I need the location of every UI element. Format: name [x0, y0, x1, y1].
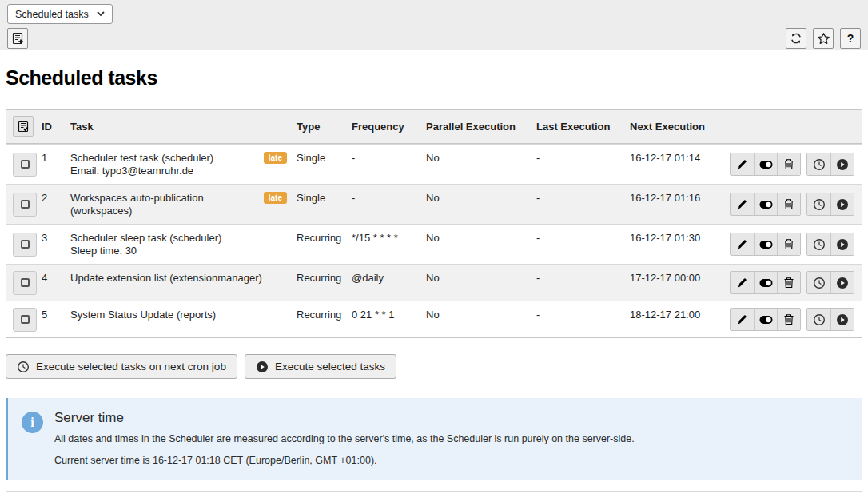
delete-button[interactable]	[777, 309, 800, 330]
table-header-row: ID Task Type Frequency Parallel Executio…	[6, 110, 862, 144]
toggle-disable-icon	[759, 278, 773, 288]
checkbox-icon	[21, 240, 30, 249]
task-title: Scheduler test task (scheduler)	[70, 152, 213, 165]
disable-button[interactable]	[754, 193, 777, 215]
task-parallel: No	[426, 225, 536, 264]
task-id: 1	[42, 145, 70, 184]
refresh-icon	[790, 32, 802, 45]
run-next-cron-button[interactable]	[807, 272, 830, 293]
execute-next-cron-button[interactable]: Execute selected tasks on next cron job	[6, 354, 237, 379]
task-last-execution: -	[536, 185, 630, 224]
row-checkbox[interactable]	[13, 308, 37, 332]
delete-button[interactable]	[777, 272, 800, 293]
column-header-task: Task	[70, 121, 297, 133]
task-parallel: No	[426, 145, 536, 184]
run-next-cron-button[interactable]	[807, 153, 830, 175]
toggle-disable-icon	[759, 160, 773, 169]
task-title: Update extension list (extensionmanager)	[70, 272, 262, 285]
task-id: 2	[42, 185, 70, 224]
select-all-button[interactable]	[13, 116, 34, 137]
disable-button[interactable]	[754, 153, 777, 175]
edit-button[interactable]	[731, 193, 754, 215]
checkbox-icon	[21, 315, 30, 324]
row-checkbox[interactable]	[13, 233, 37, 257]
module-select[interactable]: Scheduled tasks	[7, 4, 113, 24]
task-last-execution: -	[536, 145, 630, 184]
delete-icon	[783, 313, 794, 325]
run-next-cron-button[interactable]	[807, 193, 830, 215]
task-frequency: 0 21 * * 1	[352, 301, 426, 337]
task-parallel: No	[426, 265, 536, 301]
run-task-icon	[836, 158, 849, 171]
row-checkbox[interactable]	[13, 153, 37, 177]
table-row: 2 Workspaces auto-publication (workspace…	[6, 184, 862, 224]
task-id: 3	[42, 225, 70, 264]
edit-icon	[736, 313, 748, 325]
run-task-button[interactable]	[830, 193, 854, 215]
callout-title: Server time	[54, 410, 635, 426]
disable-button[interactable]	[754, 233, 777, 255]
edit-button[interactable]	[731, 272, 754, 293]
scheduled-tasks-table: ID Task Type Frequency Parallel Executio…	[6, 109, 862, 338]
edit-button[interactable]	[731, 233, 754, 255]
column-header-type: Type	[297, 121, 352, 133]
toggle-disable-icon	[759, 315, 773, 325]
run-next-cron-icon	[813, 277, 826, 289]
task-id: 4	[42, 265, 70, 301]
execute-next-cron-label: Execute selected tasks on next cron job	[36, 361, 226, 372]
task-frequency: @daily	[352, 265, 426, 301]
delete-button[interactable]	[777, 233, 800, 255]
column-header-next-execution: Next Execution	[630, 121, 726, 133]
disable-button[interactable]	[754, 309, 777, 330]
late-badge: late	[264, 152, 287, 164]
play-icon	[256, 361, 269, 373]
star-icon	[817, 32, 830, 46]
column-header-parallel-execution: Parallel Execution	[426, 121, 536, 133]
edit-button[interactable]	[731, 309, 754, 330]
bookmark-button[interactable]	[813, 28, 834, 49]
add-task-icon	[11, 32, 25, 46]
run-next-cron-button[interactable]	[807, 233, 830, 255]
checkbox-icon	[21, 160, 30, 169]
delete-button[interactable]	[777, 153, 800, 175]
table-row: 3 Scheduler sleep task (scheduler) Sleep…	[6, 224, 862, 264]
task-next-execution: 17-12-17 00:00	[630, 265, 726, 301]
edit-button[interactable]	[731, 153, 754, 175]
task-last-execution: -	[536, 265, 630, 301]
delete-button[interactable]	[777, 193, 800, 215]
late-badge: late	[264, 192, 287, 204]
delete-icon	[783, 238, 794, 250]
edit-icon	[736, 277, 748, 289]
run-next-cron-icon	[813, 158, 826, 171]
delete-icon	[783, 198, 794, 210]
row-checkbox[interactable]	[13, 193, 37, 217]
edit-icon	[736, 158, 748, 170]
checkbox-icon	[21, 278, 30, 287]
refresh-button[interactable]	[786, 28, 806, 49]
task-title: System Status Update (reports)	[70, 309, 216, 321]
run-task-button[interactable]	[830, 272, 854, 293]
run-task-button[interactable]	[830, 233, 854, 255]
row-checkbox[interactable]	[13, 271, 37, 295]
task-next-execution: 16-12-17 01:14	[630, 145, 726, 184]
callout-text-line2: Current server time is 16-12-17 01:18 CE…	[54, 455, 635, 466]
run-task-button[interactable]	[830, 309, 854, 330]
toggle-disable-icon	[759, 240, 773, 249]
execute-selected-button[interactable]: Execute selected tasks	[245, 354, 396, 379]
task-type: Recurring	[297, 265, 352, 301]
help-button[interactable]: ?	[840, 28, 861, 49]
column-header-last-execution: Last Execution	[536, 121, 630, 133]
run-task-icon	[836, 277, 849, 289]
run-next-cron-icon	[813, 198, 826, 211]
add-task-button[interactable]	[7, 28, 28, 49]
page-title: Scheduled tasks	[6, 66, 862, 90]
run-next-cron-button[interactable]	[807, 309, 830, 330]
run-task-button[interactable]	[830, 153, 854, 175]
toggle-disable-icon	[759, 200, 773, 209]
task-type: Single	[297, 185, 352, 224]
help-label: ?	[847, 32, 854, 45]
run-task-icon	[836, 198, 849, 211]
task-parallel: No	[426, 301, 536, 337]
disable-button[interactable]	[754, 272, 777, 293]
task-title: Scheduler sleep task (scheduler)	[70, 232, 221, 245]
